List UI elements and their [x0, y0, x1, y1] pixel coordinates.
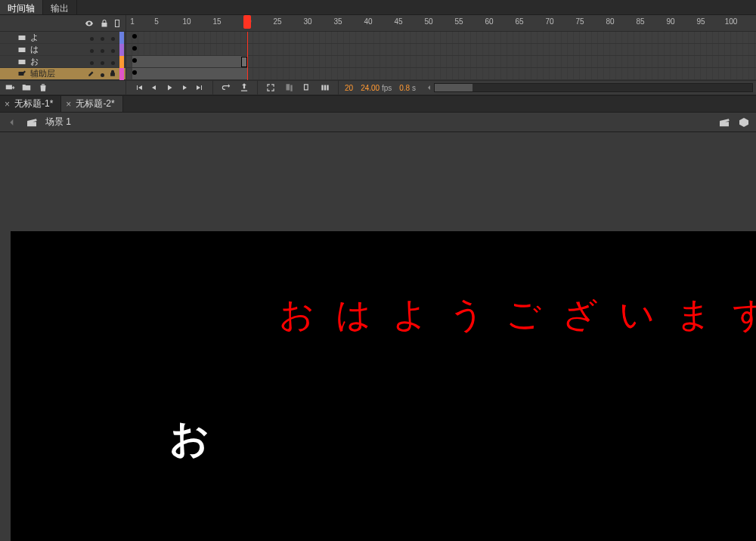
frames-area[interactable] — [126, 32, 756, 80]
ruler-tick: 40 — [364, 17, 372, 26]
stage-viewport[interactable]: おはようございます お — [11, 159, 756, 541]
ruler-tick: 45 — [394, 17, 402, 26]
back-icon[interactable] — [6, 116, 18, 128]
timeline-panel: 1510152025303540455055606570758085909510… — [0, 15, 756, 96]
layer-color-swatch — [119, 68, 124, 80]
layer-name-label: お — [30, 56, 86, 67]
keyframe[interactable] — [132, 70, 137, 75]
ruler-tick: 10 — [182, 17, 191, 26]
layer-name-label: よ — [30, 32, 86, 43]
ruler-tick: 85 — [636, 17, 644, 26]
frames-row[interactable] — [126, 56, 756, 68]
ruler-tick: 5 — [154, 17, 159, 26]
document-tabs: ×无标题-1*×无标题-2* — [0, 96, 756, 113]
panel-tab-timeline[interactable]: 时间轴 — [0, 0, 43, 14]
layer-dot[interactable] — [107, 45, 118, 54]
layer-color-swatch — [119, 32, 124, 44]
layer-dot[interactable] — [107, 57, 118, 66]
panel-tab-output[interactable]: 输出 — [43, 0, 77, 14]
document-tab[interactable]: ×无标题-1* — [0, 96, 61, 112]
onion-skin-outline-button[interactable] — [300, 81, 314, 94]
ruler-tick: 100 — [725, 17, 738, 26]
ruler-tick: 65 — [515, 17, 523, 26]
layer-icon — [17, 45, 27, 55]
frames-scrollbar[interactable] — [422, 83, 756, 92]
layer-color-swatch — [119, 44, 124, 56]
ruler-tick: 55 — [454, 17, 463, 26]
keyframe[interactable] — [132, 46, 137, 51]
layer-dot[interactable] — [107, 33, 118, 42]
keyframe[interactable] — [132, 34, 137, 39]
layer-color-swatch — [119, 56, 124, 68]
ruler-tick: 75 — [575, 17, 584, 26]
playhead-handle[interactable] — [243, 15, 251, 29]
layer-dot[interactable] — [97, 33, 107, 42]
delete-layer-button[interactable] — [36, 81, 50, 94]
center-frame-button[interactable] — [264, 81, 277, 94]
ruler-tick: 60 — [485, 17, 493, 26]
ruler-tick: 15 — [212, 17, 221, 26]
layer-row[interactable]: 辅助层 — [0, 68, 125, 80]
lock-icon[interactable] — [107, 70, 118, 79]
visibility-icon[interactable] — [85, 18, 94, 29]
step-back-button[interactable] — [147, 81, 161, 94]
new-folder-button[interactable] — [20, 81, 33, 94]
layer-name-label: は — [30, 44, 86, 55]
close-icon[interactable]: × — [5, 99, 10, 110]
layer-dot[interactable] — [86, 45, 97, 54]
keyframe[interactable] — [132, 58, 137, 63]
layer-column-header — [0, 15, 126, 31]
current-frame-value[interactable]: 20 — [345, 84, 353, 92]
stage-canvas[interactable]: おはようございます お — [11, 231, 756, 541]
time-value: 0.8 — [399, 84, 410, 92]
ruler-tick: 30 — [303, 17, 311, 26]
symbol-icon[interactable] — [738, 116, 750, 128]
playhead-line — [247, 32, 248, 80]
edit-multiple-frames-button[interactable] — [318, 81, 332, 94]
scene-bar: 场景 1 — [0, 113, 756, 132]
new-layer-button[interactable] — [3, 81, 17, 94]
layer-dot[interactable] — [86, 33, 97, 42]
layer-row[interactable]: お — [0, 56, 125, 68]
ruler-tick: 35 — [333, 17, 342, 26]
go-last-frame-button[interactable] — [193, 81, 206, 94]
edit-scene-icon[interactable] — [718, 116, 730, 128]
layer-name-label: 辅助层 — [30, 68, 86, 79]
onion-skin-button[interactable] — [282, 81, 296, 94]
layer-dot[interactable] — [97, 57, 107, 66]
play-button[interactable] — [163, 81, 176, 94]
layer-icon — [17, 57, 27, 67]
stage-text-red[interactable]: おはようございます — [279, 292, 756, 339]
layer-dot[interactable] — [97, 45, 107, 54]
outline-icon[interactable] — [115, 20, 119, 27]
frame-ruler[interactable]: 1510152025303540455055606570758085909510… — [126, 15, 756, 31]
ruler-tick: 95 — [696, 17, 705, 26]
ruler-tick: 50 — [424, 17, 432, 26]
lock-icon[interactable] — [100, 18, 109, 29]
step-forward-button[interactable] — [178, 81, 191, 94]
frames-row[interactable] — [126, 68, 756, 80]
export-button[interactable] — [237, 81, 251, 94]
ruler-tick: 80 — [606, 17, 614, 26]
layer-row[interactable]: は — [0, 44, 125, 56]
layer-list: よはお辅助层 — [0, 32, 126, 80]
loop-button[interactable] — [219, 81, 233, 94]
close-icon[interactable]: × — [66, 99, 71, 110]
scene-name[interactable]: 场景 1 — [45, 116, 71, 128]
stage-text-white[interactable]: お — [169, 413, 209, 465]
ruler-tick: 1 — [130, 17, 135, 26]
frame-end[interactable] — [241, 57, 247, 67]
go-first-frame-button[interactable] — [132, 81, 146, 94]
timeline-stats: 20 24.00 fps 0.8 s — [339, 84, 422, 92]
layer-row[interactable]: よ — [0, 32, 125, 44]
document-tab[interactable]: ×无标题-2* — [61, 96, 122, 112]
frames-row[interactable] — [126, 32, 756, 44]
layer-dot[interactable] — [97, 70, 107, 79]
pencil-icon — [86, 70, 97, 79]
ruler-tick: 70 — [545, 17, 553, 26]
layer-icon — [17, 32, 27, 43]
document-tab-label: 无标题-2* — [76, 97, 114, 110]
layer-dot[interactable] — [86, 57, 97, 66]
fps-value[interactable]: 24.00 — [361, 84, 380, 92]
frames-row[interactable] — [126, 44, 756, 56]
